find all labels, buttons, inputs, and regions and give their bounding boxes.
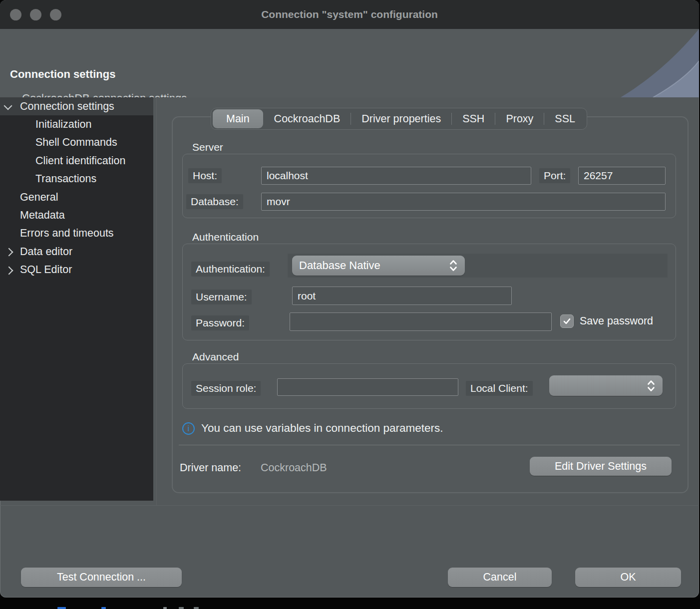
advanced-section-label: Advanced [192,351,239,363]
section-divider [179,445,680,445]
sidebar-item-client-identification[interactable]: Client identification [0,152,153,170]
header-subtitle: CockroachDB connection settings [22,92,187,97]
driver-name-label: Driver name: [180,462,241,474]
select-arrows-icon [449,259,458,273]
desktop-speck [179,607,184,609]
sidebar-item-general[interactable]: General [0,188,153,206]
sidebar-item-connection-settings[interactable]: Connection settings [0,97,153,115]
info-text: You can use variables in connection para… [201,422,443,435]
tab-driver-properties[interactable]: Driver properties [351,113,451,125]
chevron-right-icon[interactable] [5,266,13,275]
tab-bar: Main CockroachDB Driver properties SSH P… [211,108,587,130]
edit-driver-settings-button[interactable]: Edit Driver Settings [530,457,672,476]
tab-proxy[interactable]: Proxy [495,113,544,125]
cancel-button[interactable]: Cancel [448,568,552,587]
sidebar-item-sql-editor[interactable]: SQL Editor [0,261,153,279]
desktop-speck [194,607,199,609]
password-label: Password: [191,315,249,330]
host-input[interactable] [261,167,531,185]
authentication-select[interactable]: Database Native [292,256,465,276]
desktop-speck [163,607,167,609]
checkmark-icon [562,316,572,326]
desktop-speck [57,607,66,609]
settings-tree: Connection settings Initialization Shell… [0,97,153,501]
select-arrows-icon [647,379,656,393]
chevron-right-icon[interactable] [5,248,13,257]
desktop-speck [101,607,106,609]
local-client-select[interactable] [549,375,663,396]
header-title: Connection settings [10,68,115,81]
sidebar-divider [156,97,157,505]
port-input[interactable] [578,167,666,185]
header-swoosh-decoration [569,29,699,97]
local-client-label: Local Client: [466,381,533,396]
screenshot-root: Connection "system" configuration Connec… [0,0,700,609]
sidebar-item-transactions[interactable]: Transactions [0,170,153,188]
window-title: Connection "system" configuration [0,0,699,29]
session-role-label: Session role: [191,381,261,396]
sidebar-item-shell-commands[interactable]: Shell Commands [0,134,153,152]
database-input[interactable] [261,193,666,211]
host-label: Host: [188,168,222,183]
tab-ssh[interactable]: SSH [452,113,495,125]
database-label: Database: [186,194,243,209]
authentication-section-label: Authentication [192,231,259,243]
authentication-label: Authentication: [191,262,270,277]
username-input[interactable] [292,287,512,305]
info-icon: i [182,422,195,435]
chevron-down-icon[interactable] [4,102,12,110]
footer-divider [0,505,699,506]
save-password-label[interactable]: Save password [580,315,668,327]
port-label: Port: [539,168,570,183]
test-connection-button[interactable]: Test Connection ... [21,568,182,587]
password-input[interactable] [290,312,552,331]
tab-cockroachdb[interactable]: CockroachDB [264,113,351,125]
ok-button[interactable]: OK [575,568,681,587]
tab-main[interactable]: Main [213,109,263,128]
title-bar: Connection "system" configuration [0,0,699,29]
sidebar-item-initialization[interactable]: Initialization [0,115,153,133]
sidebar-item-errors-and-timeouts[interactable]: Errors and timeouts [0,225,153,243]
driver-name-value: CockroachDB [261,462,327,474]
sidebar-item-metadata[interactable]: Metadata [0,206,153,224]
username-label: Username: [191,290,252,304]
save-password-checkbox[interactable] [560,314,574,328]
server-section-label: Server [192,141,223,153]
connection-configuration-dialog: Connection "system" configuration Connec… [0,0,699,598]
tab-ssl[interactable]: SSL [544,113,586,125]
sidebar-item-data-editor[interactable]: Data editor [0,243,153,261]
desktop-background-strip [0,598,700,609]
dialog-header: Connection settings CockroachDB connecti… [0,29,699,97]
session-role-input[interactable] [277,378,458,396]
